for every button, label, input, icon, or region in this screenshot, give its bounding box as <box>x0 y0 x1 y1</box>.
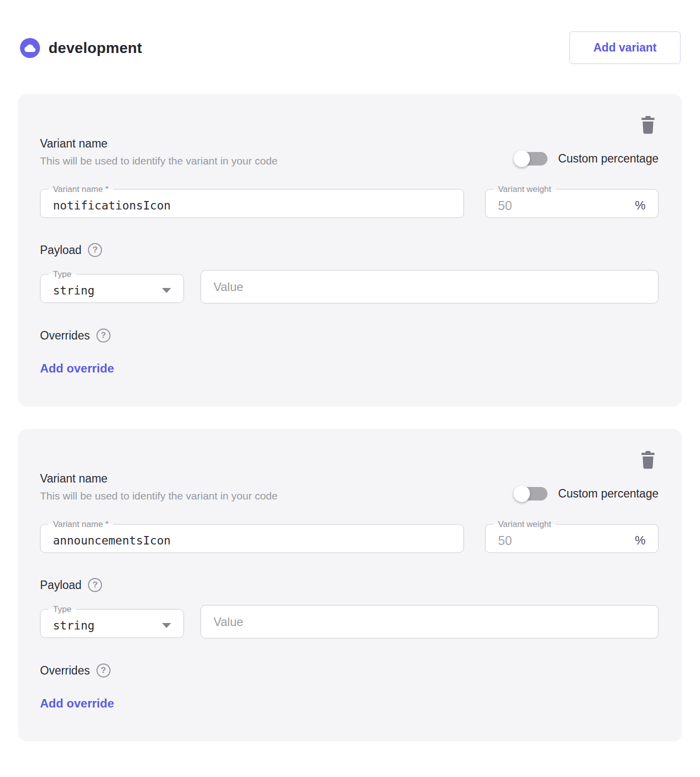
variant-weight-field-label: Variant weight <box>494 185 556 194</box>
add-override-link[interactable]: Add override <box>40 696 114 710</box>
page-header: development Add variant <box>20 32 680 64</box>
custom-percentage-label: Custom percentage <box>558 487 658 500</box>
payload-type-label: Type <box>48 605 76 614</box>
payload-value-input[interactable] <box>214 280 646 294</box>
chevron-down-icon <box>162 623 171 628</box>
custom-percentage-toggle[interactable] <box>514 487 548 500</box>
add-variant-button[interactable]: Add variant <box>570 32 680 64</box>
variant-weight-input[interactable] <box>498 534 635 548</box>
custom-percentage-toggle[interactable] <box>514 152 548 166</box>
percent-suffix: % <box>635 198 646 212</box>
percent-suffix: % <box>635 534 646 548</box>
variant-weight-input[interactable] <box>498 198 635 213</box>
variant-name-input[interactable] <box>53 199 451 212</box>
payload-type-select[interactable]: Type string <box>40 605 184 638</box>
variant-weight-field: Variant weight % <box>485 185 658 218</box>
variant-name-field: Variant name * <box>40 185 464 218</box>
delete-variant-button[interactable] <box>640 451 656 469</box>
variant-name-field: Variant name * <box>40 520 464 553</box>
payload-value-field <box>200 270 658 304</box>
payload-label: Payload <box>40 244 82 257</box>
payload-help-icon[interactable]: ? <box>88 578 102 592</box>
variant-name-field-label: Variant name * <box>48 520 113 528</box>
payload-type-select[interactable]: Type string <box>40 270 184 303</box>
trash-icon <box>640 128 656 136</box>
variant-name-heading: Variant name <box>40 137 278 150</box>
custom-percentage-label: Custom percentage <box>558 152 658 166</box>
variant-card: Variant name This will be used to identi… <box>18 94 682 406</box>
overrides-label: Overrides <box>40 329 90 342</box>
variant-name-input[interactable] <box>53 534 451 547</box>
variant-name-heading: Variant name <box>40 472 278 486</box>
overrides-help-icon[interactable]: ? <box>96 328 110 342</box>
payload-help-icon[interactable]: ? <box>88 243 102 257</box>
payload-label: Payload <box>40 578 82 592</box>
variant-name-description: This will be used to identify the varian… <box>40 490 278 502</box>
variant-weight-field: Variant weight % <box>485 520 658 553</box>
payload-type-value: string <box>53 619 94 632</box>
overrides-help-icon[interactable]: ? <box>96 664 110 678</box>
trash-icon <box>640 463 656 470</box>
payload-value-input[interactable] <box>214 615 646 629</box>
cloud-icon <box>20 38 40 58</box>
variant-name-description: This will be used to identify the varian… <box>40 155 278 167</box>
overrides-label: Overrides <box>40 664 90 678</box>
add-override-link[interactable]: Add override <box>40 362 114 376</box>
delete-variant-button[interactable] <box>640 116 656 134</box>
variant-name-field-label: Variant name * <box>48 185 113 194</box>
page-title: development <box>48 40 142 56</box>
chevron-down-icon <box>162 288 171 293</box>
variant-weight-field-label: Variant weight <box>494 520 556 528</box>
payload-value-field <box>200 605 658 638</box>
payload-type-label: Type <box>48 270 76 278</box>
payload-type-value: string <box>53 284 94 297</box>
variant-card: Variant name This will be used to identi… <box>18 429 682 742</box>
